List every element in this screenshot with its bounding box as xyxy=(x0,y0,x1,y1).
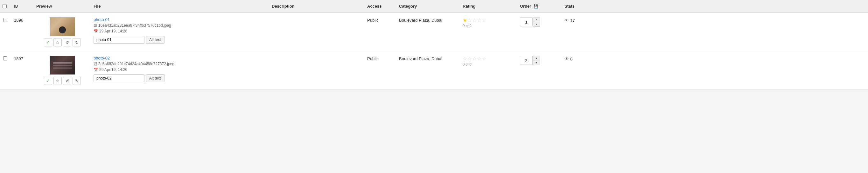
table-row: 1896 ✓ ☆ ↺ ↻ photo-01 🖼 16ea431ab231eea8… xyxy=(0,13,868,51)
row2-star-2[interactable]: ☆ xyxy=(467,56,472,62)
row2-calendar-icon: 📅 xyxy=(94,68,98,72)
row1-checkbox[interactable] xyxy=(3,18,7,22)
row1-star-1[interactable]: ★ xyxy=(463,17,467,23)
row1-preview-actions: ✓ ☆ ↺ ↻ xyxy=(44,38,81,46)
row1-star-3[interactable]: ☆ xyxy=(472,17,477,23)
row1-access: Public xyxy=(365,16,397,24)
row2-filename-input[interactable] xyxy=(94,74,145,82)
header-file: File xyxy=(91,3,269,10)
header-id: ID xyxy=(11,3,34,10)
row2-access: Public xyxy=(365,55,397,62)
row1-stats-col: 👁 17 xyxy=(562,16,594,24)
header-rating: Rating xyxy=(460,3,517,10)
row2-check-button[interactable]: ✓ xyxy=(44,77,52,85)
header-access: Access xyxy=(365,3,397,10)
row2-file-link[interactable]: photo-02 xyxy=(94,56,267,61)
row2-order-col: ▴ ▾ xyxy=(517,55,562,66)
header-category: Category xyxy=(397,3,460,10)
row1-image-icon: 🖼 xyxy=(94,24,97,27)
row1-preview-image xyxy=(50,17,75,36)
row1-file-hash: 🖼 16ea431ab231eea87f34ff637570c1bd.jpeg xyxy=(94,23,267,28)
row2-file-col: photo-02 🖼 3d6a682de291c74d24a494458d727… xyxy=(91,55,269,83)
row1-alt-text-button[interactable]: Alt text xyxy=(146,36,164,43)
media-table: ID Preview File Description Access Categ… xyxy=(0,0,868,90)
row1-eye-icon: 👁 xyxy=(564,18,569,23)
row1-order-col: ▴ ▾ xyxy=(517,16,562,28)
row2-views: 👁 8 xyxy=(564,56,591,61)
row1-checkbox-col xyxy=(0,16,11,23)
row1-file-date: 📅 29 Apr 19, 14:26 xyxy=(94,29,267,33)
row2-description xyxy=(269,55,365,58)
row1-preview-col: ✓ ☆ ↺ ↻ xyxy=(34,16,91,48)
row2-order-input[interactable] xyxy=(520,56,533,65)
row2-order-down-button[interactable]: ▾ xyxy=(533,61,540,65)
row1-file-col: photo-01 🖼 16ea431ab231eea87f34ff637570c… xyxy=(91,16,269,45)
select-all-checkbox[interactable] xyxy=(3,4,7,8)
row2-star-5[interactable]: ☆ xyxy=(482,56,486,62)
row2-favorite-button[interactable]: ☆ xyxy=(54,77,62,85)
row1-star-4[interactable]: ☆ xyxy=(477,17,482,23)
row2-checkbox-col xyxy=(0,55,11,62)
row1-filename-input[interactable] xyxy=(94,36,145,43)
row2-file-hash: 🖼 3d6a682de291c74d24a494458d727372.jpeg xyxy=(94,62,267,66)
save-icon: 💾 xyxy=(534,4,538,9)
row2-id: 1897 xyxy=(11,55,34,62)
row2-stars: ☆ ☆ ☆ ☆ ☆ xyxy=(463,56,515,62)
row2-filename-wrap: Alt text xyxy=(94,74,267,82)
row2-star-3[interactable]: ☆ xyxy=(472,56,477,62)
row1-redo-button[interactable]: ↻ xyxy=(72,38,81,46)
row2-order-up-button[interactable]: ▴ xyxy=(533,56,540,61)
row2-redo-button[interactable]: ↻ xyxy=(72,77,81,85)
row1-order-up-button[interactable]: ▴ xyxy=(533,18,540,22)
row1-views: 👁 17 xyxy=(564,18,591,23)
row2-rating-col: ☆ ☆ ☆ ☆ ☆ 0 of 0 xyxy=(460,55,517,67)
row1-order-down-button[interactable]: ▾ xyxy=(533,22,540,26)
row2-alt-text-button[interactable]: Alt text xyxy=(146,74,164,82)
row2-checkbox[interactable] xyxy=(3,56,7,61)
header-description: Description xyxy=(269,3,365,10)
row2-star-1[interactable]: ☆ xyxy=(463,56,467,62)
row2-file-date: 📅 29 Apr 19, 14:26 xyxy=(94,67,267,72)
row1-star-2[interactable]: ☆ xyxy=(467,17,472,23)
row2-category: Boulevard Plaza, Dubai xyxy=(397,55,460,62)
row1-order-input[interactable] xyxy=(520,18,533,26)
table-header: ID Preview File Description Access Categ… xyxy=(0,0,868,13)
row2-eye-icon: 👁 xyxy=(564,56,569,61)
header-stats: Stats xyxy=(562,3,594,10)
header-checkbox-col xyxy=(0,3,11,9)
row1-order-buttons: ▴ ▾ xyxy=(533,17,540,27)
row1-id: 1896 xyxy=(11,16,34,24)
row1-stars: ★ ☆ ☆ ☆ ☆ xyxy=(463,17,515,23)
row2-order-buttons: ▴ ▾ xyxy=(533,56,540,65)
row1-description xyxy=(269,16,365,19)
row1-rating-col: ★ ☆ ☆ ☆ ☆ 0 of 0 xyxy=(460,16,517,29)
row2-stats-col: 👁 8 xyxy=(562,55,594,63)
row2-star-4[interactable]: ☆ xyxy=(477,56,482,62)
row1-calendar-icon: 📅 xyxy=(94,29,98,33)
row2-image-icon: 🖼 xyxy=(94,62,97,66)
header-order: Order 💾 xyxy=(517,3,562,10)
row2-preview-actions: ✓ ☆ ↺ ↻ xyxy=(44,77,81,85)
row1-check-button[interactable]: ✓ xyxy=(44,38,52,46)
header-preview: Preview xyxy=(34,3,91,10)
row2-rating-text: 0 of 0 xyxy=(463,62,515,66)
row2-preview-image xyxy=(50,56,75,75)
row2-preview-col: ✓ ☆ ↺ ↻ xyxy=(34,55,91,86)
row1-favorite-button[interactable]: ☆ xyxy=(54,38,62,46)
row1-rating-text: 0 of 0 xyxy=(463,24,515,28)
row1-filename-wrap: Alt text xyxy=(94,36,267,43)
row1-file-link[interactable]: photo-01 xyxy=(94,17,267,22)
table-row: 1897 ✓ ☆ ↺ ↻ photo-02 🖼 3d6a682de291c74d… xyxy=(0,51,868,90)
row1-undo-button[interactable]: ↺ xyxy=(63,38,71,46)
row2-undo-button[interactable]: ↺ xyxy=(63,77,71,85)
row1-star-5[interactable]: ☆ xyxy=(482,17,486,23)
row1-category: Boulevard Plaza, Dubai xyxy=(397,16,460,24)
